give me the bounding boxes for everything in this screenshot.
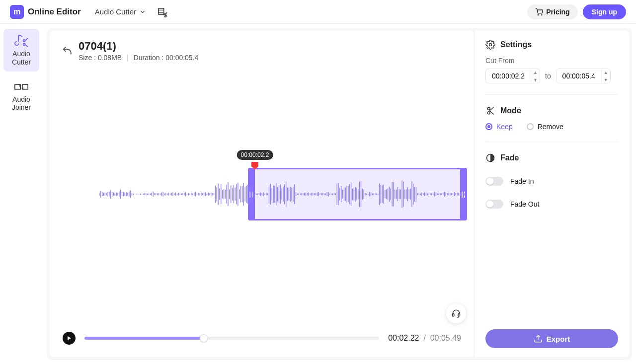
fade-in-toggle[interactable] xyxy=(485,177,503,186)
tool-dropdown[interactable]: Audio Cutter xyxy=(95,7,146,16)
app-name: Online Editor xyxy=(28,7,81,17)
svg-point-20 xyxy=(487,112,490,114)
playhead-time-bubble: 00:00:02.2 xyxy=(237,150,273,160)
fade-header: Fade xyxy=(485,153,618,163)
sidebar-item-label: Audio Joiner xyxy=(5,95,37,112)
seek-fill xyxy=(84,337,204,340)
fade-in-label: Fade In xyxy=(510,177,534,185)
audio-cutter-icon xyxy=(14,34,29,47)
svg-rect-0 xyxy=(159,8,164,14)
settings-header: Settings xyxy=(485,40,618,50)
svg-point-18 xyxy=(489,44,492,46)
export-label: Export xyxy=(547,335,570,343)
cart-icon xyxy=(535,8,543,16)
cut-to-spinner: ▲ ▼ xyxy=(601,69,610,83)
signup-label: Sign up xyxy=(592,8,617,16)
radio-dot-icon xyxy=(527,123,534,130)
svg-point-19 xyxy=(487,107,490,110)
player-controls: 00:02.22 / 00:05.49 xyxy=(50,323,474,357)
waveform-area[interactable]: || || 00:00:02.2 xyxy=(50,65,474,323)
signup-button[interactable]: Sign up xyxy=(583,4,626,19)
cut-from-value[interactable] xyxy=(486,72,531,80)
sidebar-item-audio-cutter[interactable]: Audio Cutter xyxy=(3,29,39,72)
radio-dot-icon xyxy=(485,123,492,130)
total-time: 00:05.49 xyxy=(430,334,461,342)
cut-from-input[interactable]: ▲ ▼ xyxy=(485,69,540,83)
pricing-label: Pricing xyxy=(546,8,569,16)
to-label: to xyxy=(545,72,551,80)
svg-point-8 xyxy=(542,14,542,15)
svg-line-5 xyxy=(166,12,167,14)
mode-icon xyxy=(485,106,495,116)
svg-point-7 xyxy=(538,14,539,15)
sidebar: Audio Cutter Audio Joiner xyxy=(0,24,43,364)
export-icon xyxy=(534,334,543,343)
current-time: 00:02.22 xyxy=(388,334,419,342)
support-button[interactable] xyxy=(446,303,466,323)
mode-header: Mode xyxy=(485,106,618,116)
spinner-down[interactable]: ▼ xyxy=(602,76,610,83)
sidebar-item-label: Audio Cutter xyxy=(5,50,37,67)
spinner-up[interactable]: ▲ xyxy=(602,69,610,76)
video-cut-icon[interactable] xyxy=(157,6,168,17)
pricing-button[interactable]: Pricing xyxy=(527,4,577,19)
spinner-up[interactable]: ▲ xyxy=(531,69,540,76)
stage: 0704(1) Size : 0.08MB | Duration : 00:00… xyxy=(47,28,632,360)
waveform-icon xyxy=(99,179,467,209)
mode-keep-radio[interactable]: Keep xyxy=(485,123,513,131)
fade-out-label: Fade Out xyxy=(510,200,539,208)
file-size: Size : 0.08MB xyxy=(79,54,122,62)
svg-rect-16 xyxy=(453,314,454,316)
play-icon xyxy=(66,335,72,341)
audio-joiner-icon xyxy=(14,81,29,92)
file-meta: Size : 0.08MB | Duration : 00:00:05.4 xyxy=(79,54,198,62)
svg-line-11 xyxy=(25,38,28,41)
time-separator: / xyxy=(423,334,425,342)
export-button[interactable]: Export xyxy=(485,329,618,348)
app-logo-icon: m xyxy=(10,5,24,19)
time-readout: 00:02.22 / 00:05.49 xyxy=(388,334,461,343)
mode-remove-radio[interactable]: Remove xyxy=(527,123,563,131)
fade-out-toggle[interactable] xyxy=(485,200,503,209)
cut-from-label: Cut From xyxy=(485,57,618,65)
settings-panel: Settings Cut From ▲ ▼ to ▲ ▼ xyxy=(474,31,629,357)
seek-bar[interactable] xyxy=(84,337,379,340)
chevron-down-icon xyxy=(139,8,146,15)
headset-icon xyxy=(451,308,461,318)
mode-title: Mode xyxy=(500,106,521,115)
sidebar-item-audio-joiner[interactable]: Audio Joiner xyxy=(3,76,39,117)
svg-marker-15 xyxy=(68,336,71,340)
file-title: 0704(1) xyxy=(79,40,198,53)
play-button[interactable] xyxy=(63,332,76,345)
fade-icon xyxy=(485,153,495,163)
cut-to-value[interactable] xyxy=(556,72,601,80)
fade-title: Fade xyxy=(500,153,519,162)
undo-button[interactable] xyxy=(62,45,73,56)
editor-canvas: 0704(1) Size : 0.08MB | Duration : 00:00… xyxy=(50,31,474,357)
svg-point-4 xyxy=(164,15,166,17)
gear-icon xyxy=(485,40,495,50)
file-duration: Duration : 00:00:05.4 xyxy=(134,54,199,62)
spinner-down[interactable]: ▼ xyxy=(531,76,540,83)
cut-to-input[interactable]: ▲ ▼ xyxy=(556,69,611,83)
settings-title: Settings xyxy=(500,40,532,49)
tool-dropdown-label: Audio Cutter xyxy=(95,7,136,16)
meta-separator: | xyxy=(127,54,129,62)
svg-line-12 xyxy=(25,44,28,47)
mode-remove-label: Remove xyxy=(538,123,563,131)
svg-rect-17 xyxy=(458,314,460,316)
seek-knob[interactable] xyxy=(200,334,208,342)
cut-from-spinner: ▲ ▼ xyxy=(531,69,540,83)
mode-keep-label: Keep xyxy=(496,123,513,131)
topbar: m Online Editor Audio Cutter Pricing Sig… xyxy=(0,0,636,24)
